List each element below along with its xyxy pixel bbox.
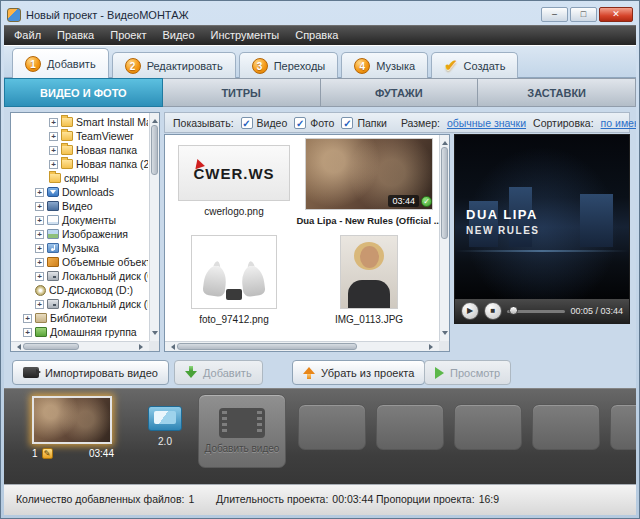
tree-item[interactable]: +Локальный диск (F:) xyxy=(13,297,148,311)
tree-item[interactable]: +Музыка xyxy=(13,241,148,255)
scrollbar-thumb[interactable] xyxy=(177,343,357,350)
tree-item[interactable]: +Объемные объекты xyxy=(13,255,148,269)
tree-item[interactable]: +Новая папка xyxy=(13,143,148,157)
step-add[interactable]: 1 Добавить xyxy=(12,48,109,78)
expand-icon[interactable]: + xyxy=(49,160,58,169)
size-link[interactable]: обычные значки xyxy=(447,117,526,129)
tab-intros[interactable]: ЗАСТАВКИ xyxy=(478,78,636,107)
expand-icon[interactable]: + xyxy=(23,328,32,337)
expand-icon[interactable]: + xyxy=(35,300,44,309)
folder-icon xyxy=(61,159,73,169)
transition-item[interactable]: 2.0 xyxy=(146,406,184,447)
app-icon xyxy=(7,8,21,22)
minimize-button[interactable]: – xyxy=(541,7,568,22)
tree-vertical-scrollbar[interactable] xyxy=(149,113,159,341)
expand-icon[interactable]: + xyxy=(35,216,44,225)
sort-link[interactable]: по имени xyxy=(601,117,636,129)
scroll-down-icon[interactable] xyxy=(442,331,448,338)
timeline: 1 ✎ 03:44 2.0 Добавить видео xyxy=(4,388,636,484)
expand-icon[interactable]: + xyxy=(35,230,44,239)
stop-button[interactable]: ■ xyxy=(484,302,502,320)
checkbox-photo[interactable]: ✓Фото xyxy=(294,117,334,129)
close-button[interactable]: ✕ xyxy=(599,7,633,22)
clip-thumbnail[interactable] xyxy=(32,396,112,444)
status-label: Пропорции проекта: xyxy=(376,493,475,505)
tab-titles[interactable]: ТИТРЫ xyxy=(163,78,321,107)
play-button[interactable]: ▶ xyxy=(461,302,479,320)
menu-video[interactable]: Видео xyxy=(154,25,202,45)
step-transitions[interactable]: 3 Переходы xyxy=(239,52,339,78)
add-video-tile[interactable]: Добавить видео xyxy=(198,394,286,468)
seek-slider[interactable] xyxy=(507,305,565,317)
tree-item[interactable]: +Новая папка (2) xyxy=(13,157,148,171)
step-create[interactable]: ✔ Создать xyxy=(431,52,518,78)
tab-video-photo[interactable]: ВИДЕО И ФОТО xyxy=(4,78,163,107)
file-item-cwerlogo[interactable]: CWER.WS cwerlogo.png xyxy=(173,145,295,217)
step-edit[interactable]: 2 Редактировать xyxy=(112,52,236,78)
empty-timeline-slot[interactable] xyxy=(532,404,600,450)
tree-item[interactable]: CD-дисковод (D:) xyxy=(13,283,148,297)
step-1-badge: 1 xyxy=(25,56,41,72)
preview-frame[interactable]: DUA LIPA NEW RULES xyxy=(455,135,629,299)
maximize-button[interactable]: □ xyxy=(570,7,597,22)
checkbox-video[interactable]: ✓Видео xyxy=(241,117,288,129)
remove-from-project-button[interactable]: Убрать из проекта xyxy=(292,360,425,385)
scroll-left-icon[interactable] xyxy=(168,344,175,350)
tree-item[interactable]: +Документы xyxy=(13,213,148,227)
preview-button[interactable]: Просмотр xyxy=(424,360,511,385)
expand-icon[interactable]: + xyxy=(35,272,44,281)
expand-icon[interactable]: + xyxy=(35,258,44,267)
empty-timeline-slot[interactable] xyxy=(454,404,522,450)
grid-horizontal-scrollbar[interactable] xyxy=(165,341,439,351)
tree-item[interactable]: +TeamViewer xyxy=(13,129,148,143)
tree-item[interactable]: +Домашняя группа xyxy=(13,325,148,339)
folder-tree-list: +Smart Install Maker +TeamViewer +Новая … xyxy=(13,115,148,340)
scrollbar-thumb[interactable] xyxy=(23,343,79,350)
scroll-right-icon[interactable] xyxy=(429,344,436,350)
menu-tools[interactable]: Инструменты xyxy=(203,25,288,45)
file-item-img[interactable]: IMG_0113.JPG xyxy=(299,235,439,325)
timeline-clip-1[interactable]: 1 ✎ 03:44 xyxy=(32,396,114,459)
scroll-left-icon[interactable] xyxy=(14,344,21,350)
tree-item[interactable]: +Downloads xyxy=(13,185,148,199)
empty-timeline-slot[interactable] xyxy=(610,404,636,450)
scroll-right-icon[interactable] xyxy=(139,344,146,350)
expand-icon[interactable]: + xyxy=(49,146,58,155)
scroll-down-icon[interactable] xyxy=(152,331,158,338)
expand-icon[interactable]: + xyxy=(49,118,58,127)
expand-icon[interactable]: + xyxy=(49,132,58,141)
tree-item[interactable]: Панель управления xyxy=(13,339,148,340)
menu-edit[interactable]: Правка xyxy=(49,25,102,45)
tree-item[interactable]: +Smart Install Maker xyxy=(13,115,148,129)
menu-file[interactable]: Файл xyxy=(6,25,49,45)
expand-icon[interactable]: + xyxy=(35,188,44,197)
expand-icon[interactable]: + xyxy=(35,202,44,211)
empty-timeline-slot[interactable] xyxy=(376,404,444,450)
tree-item[interactable]: +Локальный диск (C:) xyxy=(13,269,148,283)
tree-horizontal-scrollbar[interactable] xyxy=(11,341,149,351)
expand-icon[interactable]: + xyxy=(35,244,44,253)
scrollbar-thumb[interactable] xyxy=(151,125,158,175)
menu-help[interactable]: Справка xyxy=(287,25,346,45)
menu-project[interactable]: Проект xyxy=(102,25,154,45)
tree-item[interactable]: +Изображения xyxy=(13,227,148,241)
scroll-up-icon[interactable] xyxy=(152,116,158,123)
empty-timeline-slot[interactable] xyxy=(298,404,366,450)
add-button[interactable]: Добавить xyxy=(174,360,263,385)
tab-footage[interactable]: ФУТАЖИ xyxy=(321,78,479,107)
grid-vertical-scrollbar[interactable] xyxy=(439,135,449,341)
scrollbar-thumb[interactable] xyxy=(441,147,448,239)
edit-pencil-icon[interactable]: ✎ xyxy=(42,448,53,459)
expand-icon[interactable]: + xyxy=(23,314,32,323)
step-music[interactable]: 4 Музыка xyxy=(341,52,428,78)
tree-item[interactable]: +Видео xyxy=(13,199,148,213)
file-item-dua-lipa-video[interactable]: 03:44 ✓ Dua Lipa - New Rules (Official .… xyxy=(299,138,439,226)
transition-icon[interactable] xyxy=(148,406,182,431)
import-video-button[interactable]: Импортировать видео xyxy=(12,360,169,385)
file-item-foto[interactable]: foto_97412.png xyxy=(173,235,295,325)
checkbox-folders[interactable]: ✓Папки xyxy=(341,117,387,129)
tree-item[interactable]: +Библиотеки xyxy=(13,311,148,325)
scroll-up-icon[interactable] xyxy=(442,138,448,145)
seek-thumb[interactable] xyxy=(509,306,518,315)
tree-item[interactable]: скрины xyxy=(13,171,148,185)
